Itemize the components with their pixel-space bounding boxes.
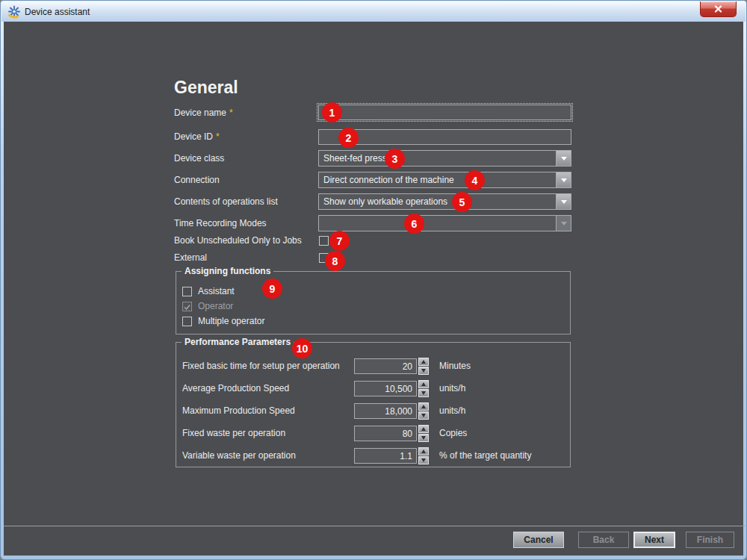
spin-down-button[interactable] xyxy=(418,456,429,464)
fixed-waste-unit: Copies xyxy=(439,426,467,441)
device-class-value: Sheet-fed press xyxy=(323,151,387,166)
cancel-button[interactable]: Cancel xyxy=(513,532,564,548)
annotation-badge-7: 7 xyxy=(329,231,350,251)
annotation-badge-8: 8 xyxy=(325,251,345,271)
close-button[interactable] xyxy=(700,1,737,17)
max-speed-input[interactable] xyxy=(354,403,417,419)
variable-waste-label: Variable waste per operation xyxy=(182,448,296,464)
setup-time-unit: Minutes xyxy=(439,358,471,374)
multiple-operator-checkbox[interactable] xyxy=(182,317,192,326)
assigning-functions-title: Assigning functions xyxy=(182,266,273,276)
arrow-up-icon xyxy=(421,382,426,386)
device-class-select[interactable]: Sheet-fed press xyxy=(318,150,571,167)
titlebar[interactable]: Device assistant xyxy=(1,1,746,22)
spin-down-button[interactable] xyxy=(418,367,429,375)
variable-waste-unit: % of the target quantity xyxy=(439,448,531,464)
operations-list-select[interactable]: Show only workable operations xyxy=(318,193,571,210)
connection-select[interactable]: Direct connection of the machine xyxy=(318,172,571,188)
annotation-badge-5: 5 xyxy=(452,192,472,212)
spin-up-button[interactable] xyxy=(418,447,429,455)
annotation-badge-4: 4 xyxy=(465,170,485,190)
connection-dropdown-button[interactable] xyxy=(556,172,571,187)
arrow-down-icon xyxy=(421,458,426,462)
multiple-operator-label: Multiple operator xyxy=(198,316,264,326)
annotation-badge-6: 6 xyxy=(404,214,424,234)
chevron-down-icon xyxy=(561,157,567,161)
connection-value: Direct connection of the machine xyxy=(323,172,454,187)
arrow-up-icon xyxy=(421,427,426,431)
performance-parameters-group: Performance Parameters Fixed basic time … xyxy=(176,342,571,467)
annotation-badge-2: 2 xyxy=(338,128,359,148)
close-icon xyxy=(714,2,722,16)
setup-time-input[interactable] xyxy=(354,358,417,374)
spin-down-button[interactable] xyxy=(418,411,429,420)
back-button: Back xyxy=(578,532,629,548)
time-recording-modes-select xyxy=(318,215,571,231)
spin-down-button[interactable] xyxy=(418,434,429,442)
device-name-label: Device name* xyxy=(174,108,233,119)
device-name-input[interactable] xyxy=(318,105,571,120)
external-label: External xyxy=(174,252,207,264)
arrow-down-icon xyxy=(421,436,426,440)
device-class-label: Device class xyxy=(174,153,224,164)
chevron-down-icon xyxy=(561,200,567,204)
avg-speed-input[interactable] xyxy=(354,381,417,396)
arrow-up-icon xyxy=(421,449,426,453)
spin-down-button[interactable] xyxy=(418,389,429,397)
variable-waste-spinner xyxy=(418,447,429,464)
arrow-up-icon xyxy=(421,405,426,408)
spin-up-button[interactable] xyxy=(418,358,429,366)
required-asterisk: * xyxy=(216,131,220,142)
avg-speed-unit: units/h xyxy=(439,381,465,396)
max-speed-spinner xyxy=(418,402,429,420)
app-icon xyxy=(7,5,21,19)
variable-waste-input[interactable] xyxy=(354,448,417,464)
arrow-down-icon xyxy=(421,391,426,395)
device-name-focus-ring xyxy=(317,103,573,122)
annotation-badge-10: 10 xyxy=(292,338,312,358)
check-icon xyxy=(184,300,190,314)
spin-up-button[interactable] xyxy=(418,380,429,388)
chevron-down-icon xyxy=(561,222,567,225)
arrow-down-icon xyxy=(421,414,426,417)
required-asterisk: * xyxy=(229,108,233,118)
device-assistant-window: Device assistant General Device name* De… xyxy=(0,0,747,560)
arrow-up-icon xyxy=(421,360,426,364)
device-id-label: Device ID* xyxy=(174,131,220,143)
page-title: General xyxy=(174,78,238,98)
book-unscheduled-checkbox[interactable] xyxy=(319,236,329,246)
arrow-down-icon xyxy=(421,369,426,373)
device-class-dropdown-button[interactable] xyxy=(556,151,571,166)
spin-up-button[interactable] xyxy=(418,402,429,411)
assistant-label: Assistant xyxy=(198,286,235,296)
assigning-functions-group: Assigning functions Assistant Operator M… xyxy=(176,271,571,335)
spin-up-button[interactable] xyxy=(418,425,429,433)
setup-time-spinner xyxy=(418,358,429,375)
annotation-badge-1: 1 xyxy=(322,102,342,122)
fixed-waste-input[interactable] xyxy=(354,426,417,441)
footer-divider xyxy=(4,526,745,526)
avg-speed-spinner xyxy=(418,380,429,397)
operations-list-value: Show only workable operations xyxy=(323,194,447,209)
max-speed-unit: units/h xyxy=(439,403,465,419)
operator-checkbox xyxy=(182,302,192,311)
performance-parameters-title: Performance Parameters xyxy=(182,337,294,347)
time-recording-modes-label: Time Recording Modes xyxy=(174,218,267,229)
next-button[interactable]: Next xyxy=(633,532,675,548)
chevron-down-icon xyxy=(561,178,567,182)
window-title: Device assistant xyxy=(25,7,90,17)
time-recording-modes-dropdown-button xyxy=(556,216,571,231)
assistant-checkbox[interactable] xyxy=(182,287,192,296)
max-speed-label: Maximum Production Speed xyxy=(182,403,295,419)
operator-label: Operator xyxy=(198,301,233,311)
operations-list-label: Contents of operations list xyxy=(174,196,278,208)
operations-list-dropdown-button[interactable] xyxy=(556,194,571,209)
annotation-badge-9: 9 xyxy=(262,279,282,299)
annotation-badge-3: 3 xyxy=(385,149,405,169)
book-unscheduled-label: Book Unscheduled Only to Jobs xyxy=(174,235,302,246)
setup-time-label: Fixed basic time for setup per operation xyxy=(182,358,340,374)
finish-button: Finish xyxy=(686,532,734,548)
fixed-waste-label: Fixed waste per operation xyxy=(182,426,285,441)
connection-label: Connection xyxy=(174,175,220,186)
fixed-waste-spinner xyxy=(418,425,429,442)
